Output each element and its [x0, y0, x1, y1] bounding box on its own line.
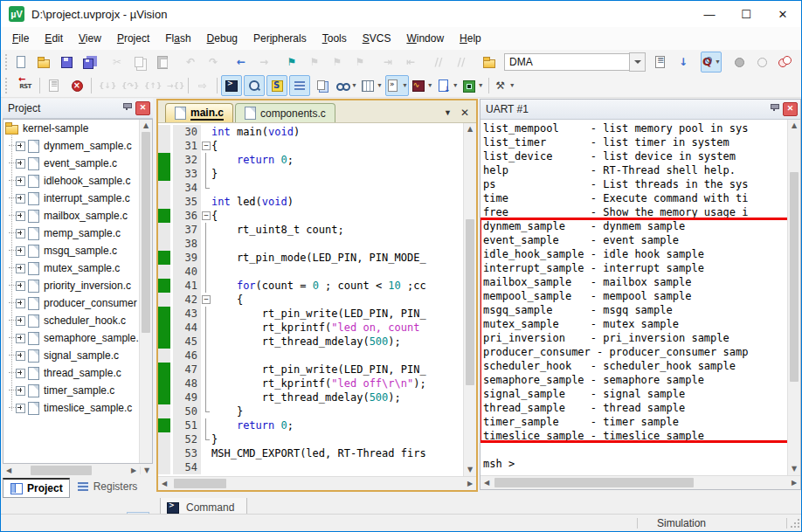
- uart-terminal[interactable]: list_mempool - list memory pool in sysli…: [481, 120, 800, 475]
- chevron-down-icon[interactable]: ▼: [351, 82, 357, 88]
- menu-tools[interactable]: Tools: [315, 27, 355, 50]
- code-line[interactable]: 30int main(void): [158, 125, 476, 139]
- tab-list-icon[interactable]: ▼: [444, 108, 452, 117]
- call-stack-window-button[interactable]: [312, 75, 333, 96]
- menu-file[interactable]: File: [4, 27, 37, 50]
- comment-button[interactable]: [428, 52, 449, 73]
- serial-window-button[interactable]: ▼: [385, 75, 409, 96]
- code-line[interactable]: 53MSH_CMD_EXPORT(led, RT-Thread firs: [158, 446, 476, 460]
- tree-item-thread_sample-c[interactable]: thread_sample.c: [3, 364, 152, 382]
- new-file-button[interactable]: [10, 52, 31, 73]
- menu-svcs[interactable]: SVCS: [355, 27, 399, 50]
- tree-item-timer_sample-c[interactable]: timer_sample.c: [3, 382, 152, 399]
- breakpoint-enable-button[interactable]: [751, 52, 772, 73]
- memory-window-button[interactable]: ▼: [360, 75, 384, 96]
- fold-marker[interactable]: [201, 139, 211, 153]
- symbol-window-button[interactable]: [266, 75, 287, 96]
- close-icon[interactable]: ✕: [135, 101, 150, 115]
- step-over-button[interactable]: [118, 75, 139, 96]
- run-button[interactable]: [192, 75, 213, 96]
- menu-help[interactable]: Help: [452, 27, 489, 50]
- expand-icon[interactable]: [16, 281, 25, 291]
- project-hscrollbar[interactable]: ◀ ▶ ▼: [3, 464, 153, 477]
- outdent-button[interactable]: [400, 52, 421, 73]
- expand-icon[interactable]: [16, 194, 25, 204]
- project-tree[interactable]: kernel-sampledynmem_sample.cevent_sample…: [3, 119, 153, 464]
- tree-item-msgq_sample-c[interactable]: msgq_sample.c: [3, 242, 152, 259]
- expand-icon[interactable]: [16, 159, 25, 169]
- chevron-down-icon[interactable]: ▼: [402, 82, 408, 88]
- expand-icon[interactable]: [16, 211, 25, 221]
- editor-hscrollbar[interactable]: ◀ ▶: [158, 476, 476, 490]
- indent-button[interactable]: [377, 52, 398, 73]
- navigate-forward-button[interactable]: [253, 52, 274, 73]
- expand-icon[interactable]: [16, 264, 25, 273]
- minimize-button[interactable]: —: [691, 1, 728, 27]
- menu-peripherals[interactable]: Peripherals: [245, 27, 315, 50]
- expand-icon[interactable]: [16, 404, 25, 413]
- code-line[interactable]: 54: [158, 460, 476, 474]
- watch-window-button[interactable]: ▼: [335, 75, 358, 96]
- uart-hscrollbar[interactable]: ◀ ▶: [481, 475, 800, 489]
- reset-button[interactable]: [15, 75, 36, 96]
- expand-icon[interactable]: [16, 299, 25, 308]
- code-line[interactable]: 37 rt_uint8_t count;: [158, 223, 476, 237]
- code-line[interactable]: 32 return 0;: [158, 153, 476, 167]
- tree-item-mutex_sample-c[interactable]: mutex_sample.c: [3, 259, 152, 277]
- maximize-button[interactable]: ☐: [728, 1, 764, 27]
- editor-tab-components-c[interactable]: components.c: [235, 103, 335, 122]
- registers-window-button[interactable]: [289, 75, 310, 96]
- code-line[interactable]: 49 rt_thread_mdelay(500);: [158, 390, 476, 404]
- code-line[interactable]: 38: [158, 237, 476, 251]
- redo-button[interactable]: [203, 52, 224, 73]
- code-line[interactable]: 47 rt_pin_write(LED_PIN, PIN_: [158, 363, 476, 377]
- tree-item-memp_sample-c[interactable]: memp_sample.c: [3, 225, 152, 242]
- expand-icon[interactable]: [16, 142, 25, 151]
- expand-icon[interactable]: [16, 316, 25, 326]
- breakpoint-kill-all-button[interactable]: [797, 52, 802, 73]
- code-line[interactable]: 52}: [158, 432, 476, 446]
- code-line[interactable]: 35int led(void): [158, 195, 476, 209]
- navigate-back-button[interactable]: [231, 52, 252, 73]
- tree-item-semaphore_sample-[interactable]: semaphore_sample.: [3, 329, 152, 347]
- code-line[interactable]: 36{: [158, 209, 476, 223]
- cut-button[interactable]: [107, 52, 128, 73]
- save-all-button[interactable]: [79, 52, 100, 73]
- expand-icon[interactable]: [16, 351, 25, 361]
- open-file-button[interactable]: [33, 52, 54, 73]
- editor-vscrollbar[interactable]: ▲ ▼: [463, 123, 476, 476]
- tree-item-event_sample-c[interactable]: event_sample.c: [3, 155, 152, 172]
- toolbox-button[interactable]: ▼: [461, 75, 485, 96]
- chevron-down-icon[interactable]: ▼: [509, 82, 515, 88]
- system-viewer-button[interactable]: ▼: [436, 75, 460, 96]
- command-window-button[interactable]: [221, 75, 242, 96]
- find-in-files-button[interactable]: [650, 52, 671, 73]
- code-line[interactable]: 48 rt_kprintf("led off\r\n");: [158, 377, 476, 390]
- tree-item-interrupt_sample-c[interactable]: interrupt_sample.c: [3, 190, 152, 207]
- show-next-statement-button[interactable]: [44, 75, 65, 96]
- close-icon[interactable]: ✕: [783, 102, 798, 116]
- expand-icon[interactable]: [16, 229, 25, 238]
- code-line[interactable]: 42 {: [158, 293, 476, 307]
- tree-item-producer_consumer[interactable]: producer_consumer: [3, 294, 152, 312]
- run-to-cursor-button[interactable]: [163, 75, 184, 96]
- bookmark-next-button[interactable]: [327, 52, 348, 73]
- bookmark-toggle-button[interactable]: [281, 52, 302, 73]
- pin-icon[interactable]: [121, 102, 133, 114]
- uncomment-button[interactable]: [451, 52, 472, 73]
- tree-item-priority_inversion-c[interactable]: priority_inversion.c: [3, 277, 152, 294]
- uart-vscrollbar[interactable]: ▲ ▼: [787, 120, 800, 475]
- code-line[interactable]: 31{: [158, 139, 476, 153]
- code-line[interactable]: 39 rt_pin_mode(LED_PIN, PIN_MODE_: [158, 251, 476, 265]
- breakpoint-disable-all-button[interactable]: [774, 52, 795, 73]
- tree-item-signal_sample-c[interactable]: signal_sample.c: [3, 347, 152, 364]
- bookmark-clear-button[interactable]: [349, 52, 370, 73]
- tree-item-mailbox_sample-c[interactable]: mailbox_sample.c: [3, 207, 152, 225]
- chevron-down-icon[interactable]: ▼: [377, 82, 383, 88]
- copy-button[interactable]: [129, 52, 150, 73]
- configure-target-button[interactable]: [479, 52, 500, 73]
- tree-item-dynmem_sample-c[interactable]: dynmem_sample.c: [3, 137, 152, 155]
- close-button[interactable]: ✕: [764, 1, 801, 27]
- breakpoint-toggle-button[interactable]: [729, 52, 750, 73]
- find-button[interactable]: [673, 52, 694, 73]
